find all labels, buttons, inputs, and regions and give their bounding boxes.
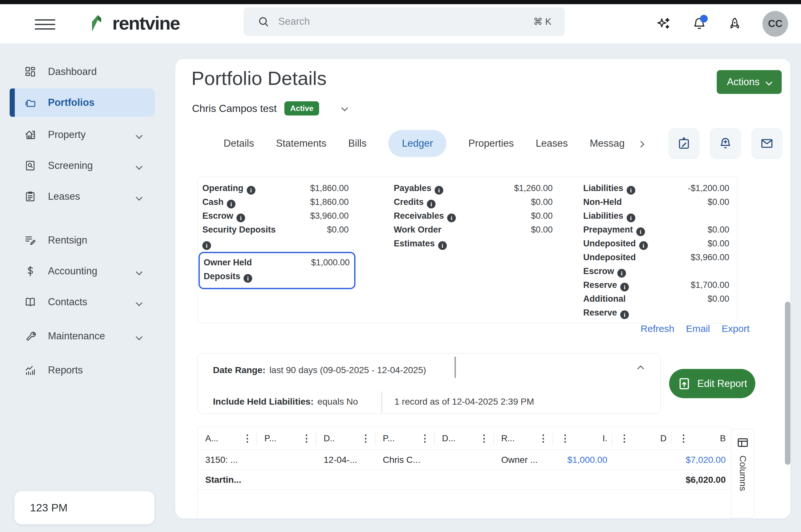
info-icon[interactable]: i <box>435 186 443 195</box>
screening-doc-search-icon <box>24 159 36 172</box>
email-link[interactable]: Email <box>686 323 710 334</box>
export-link[interactable]: Export <box>722 323 749 334</box>
info-icon[interactable]: i <box>247 186 255 195</box>
column-header[interactable]: D..⋮ <box>316 427 375 450</box>
global-search[interactable]: ⌘ K <box>244 7 565 36</box>
info-icon[interactable]: i <box>639 241 648 250</box>
sidebar-item-rentsign[interactable]: Rentsign <box>9 226 155 254</box>
table-row[interactable]: 3150: ... 12-04-... Chris C... Owner ...… <box>197 450 731 470</box>
edit-note-button[interactable] <box>668 128 699 159</box>
column-menu-icon[interactable]: ⋮ <box>679 434 688 443</box>
info-icon[interactable]: i <box>236 213 245 222</box>
info-icon[interactable]: i <box>202 241 211 250</box>
tabs-overflow-chevron-icon[interactable] <box>638 138 643 149</box>
edit-report-label: Edit Report <box>697 378 747 390</box>
maintenance-wrench-icon <box>24 330 36 342</box>
column-header[interactable]: A...⋮ <box>197 427 257 450</box>
info-icon[interactable]: i <box>427 200 436 208</box>
sidebar-item-screening[interactable]: Screening <box>9 152 155 180</box>
summary-column-1: Operatingi $1,860.00 Cashi $1,860.00 Esc… <box>202 182 349 289</box>
column-header[interactable]: ⋮I. <box>553 427 612 450</box>
column-header[interactable]: P...⋮ <box>257 427 316 450</box>
sidebar-item-maintenance[interactable]: Maintenance <box>9 322 155 350</box>
info-icon[interactable]: i <box>627 213 635 222</box>
tab-statements[interactable]: Statements <box>276 138 326 149</box>
actions-label: Actions <box>727 76 760 88</box>
amount-link[interactable]: $7,020.00 <box>686 455 726 465</box>
sparkles-ai-icon[interactable] <box>656 16 672 32</box>
include-held-liabilities-filter[interactable]: Include Held Liabilities: equals No <box>213 392 358 411</box>
info-icon[interactable]: i <box>438 241 447 250</box>
table-empty-row <box>197 490 731 518</box>
bell-plus-icon <box>718 136 732 151</box>
sidebar-item-accounting[interactable]: Accounting <box>9 257 155 285</box>
hamburger-menu-icon[interactable] <box>35 17 55 32</box>
app-logo[interactable]: rentvine <box>85 11 180 34</box>
tab-ledger[interactable]: Ledger <box>388 130 446 157</box>
column-menu-icon[interactable]: ⋮ <box>420 434 430 443</box>
info-icon[interactable]: i <box>227 200 235 208</box>
cell-empty <box>434 450 494 470</box>
portfolio-selector[interactable]: Chris Campos test Active <box>192 101 347 115</box>
info-icon[interactable]: i <box>620 283 629 291</box>
add-reminder-button[interactable] <box>710 128 741 159</box>
column-menu-icon[interactable]: ⋮ <box>302 434 311 443</box>
column-menu-icon[interactable]: ⋮ <box>560 434 570 443</box>
info-icon[interactable]: i <box>447 213 456 222</box>
column-menu-icon[interactable]: ⋮ <box>538 434 548 443</box>
columns-panel-tab[interactable]: Columns <box>731 429 755 518</box>
refresh-link[interactable]: Refresh <box>641 323 674 334</box>
sidebar-item-property[interactable]: Property <box>9 121 155 149</box>
info-icon[interactable]: i <box>244 274 252 283</box>
column-menu-icon[interactable]: ⋮ <box>619 434 629 443</box>
sidebar-item-portfolios[interactable]: Portfolios <box>9 89 155 117</box>
table-row-starting-balance: Startin... $6,020.00 <box>197 470 731 490</box>
info-icon[interactable]: i <box>617 269 626 278</box>
clock-text: 123 PM <box>30 501 68 514</box>
edit-note-icon <box>677 136 691 151</box>
summary-row-cash: Cashi $1,860.00 <box>202 195 349 209</box>
tab-leases[interactable]: Leases <box>536 138 568 149</box>
sidebar-item-label: Reports <box>48 364 83 376</box>
summary-row-security-deposits: Security Depositsi $0.00 <box>202 223 349 250</box>
chevron-down-icon <box>137 129 141 140</box>
info-icon[interactable]: i <box>636 227 645 236</box>
date-range-filter[interactable]: Date Range: last 90 days (09-05-2025 - 1… <box>213 361 426 380</box>
sidebar-item-contacts[interactable]: Contacts <box>9 288 155 316</box>
cell-starting-balance: $6,020.00 <box>671 470 730 490</box>
column-menu-icon[interactable]: ⋮ <box>479 434 489 443</box>
record-info: 1 record as of 12-04-2025 2:39 PM <box>394 392 534 411</box>
contacts-book-icon <box>24 296 36 308</box>
property-home-icon <box>24 129 36 141</box>
rocket-icon[interactable] <box>727 16 742 32</box>
actions-button[interactable]: Actions <box>717 70 782 94</box>
column-header[interactable]: P...⋮ <box>375 427 434 450</box>
page-title: Portfolio Details <box>191 67 326 90</box>
avatar[interactable]: CC <box>762 11 788 37</box>
email-button[interactable] <box>751 128 782 159</box>
sidebar-item-leases[interactable]: Leases <box>9 183 155 211</box>
amount-link[interactable]: $1,000.00 <box>567 455 607 465</box>
info-icon[interactable]: i <box>620 310 629 319</box>
collapse-filters-chevron-icon[interactable] <box>638 366 643 373</box>
sidebar-item-dashboard[interactable]: Dashboard <box>9 58 155 86</box>
column-header[interactable]: ⋮B <box>671 427 730 450</box>
column-header[interactable]: D...⋮ <box>434 427 494 450</box>
search-input[interactable] <box>278 16 525 27</box>
scrollbar-thumb[interactable] <box>785 302 790 465</box>
tab-properties[interactable]: Properties <box>469 138 514 149</box>
tab-bills[interactable]: Bills <box>348 138 367 149</box>
summary-row-payables: Payablesi $1,260.00 <box>394 182 553 195</box>
column-menu-icon[interactable]: ⋮ <box>361 434 370 443</box>
notifications-bell-icon[interactable] <box>692 16 707 32</box>
column-header[interactable]: R...⋮ <box>494 427 553 450</box>
tab-details[interactable]: Details <box>224 138 254 149</box>
column-header[interactable]: ⋮D <box>612 427 671 450</box>
info-icon[interactable]: i <box>627 186 635 195</box>
edit-report-button[interactable]: Edit Report <box>669 369 755 398</box>
tab-messages[interactable]: Messag <box>590 138 624 149</box>
column-menu-icon[interactable]: ⋮ <box>243 434 252 443</box>
sidebar-item-reports[interactable]: Reports <box>9 356 155 384</box>
sidebar-item-label: Rentsign <box>48 234 87 246</box>
chevron-down-icon <box>766 78 773 85</box>
